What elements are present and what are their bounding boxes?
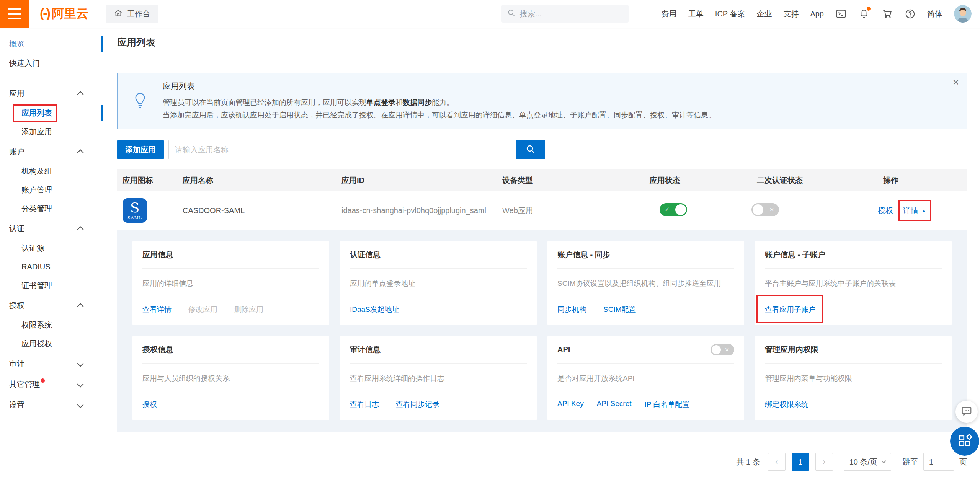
sidebar-group-settings[interactable]: 设置 xyxy=(0,395,103,415)
card-auth-info: 认证信息 应用的单点登录地址 IDaaS发起地址 xyxy=(340,241,537,325)
sync-org-link[interactable]: 同步机构 xyxy=(557,305,586,315)
sidebar-active-bar xyxy=(101,36,103,52)
feedback-button[interactable] xyxy=(956,401,978,423)
jump-page-input[interactable] xyxy=(923,453,954,471)
prev-page-button[interactable]: ‹ xyxy=(768,453,786,471)
hamburger-menu-icon[interactable] xyxy=(0,0,29,28)
view-sub-account-link[interactable]: 查看应用子账户 xyxy=(765,305,816,313)
card-title: 授权信息 xyxy=(142,344,173,355)
sidebar-item-add-app[interactable]: 添加应用 xyxy=(0,122,103,141)
card-desc: 管理应用内菜单与功能权限 xyxy=(765,373,942,383)
locale-switcher[interactable]: 简体 xyxy=(927,9,942,19)
nav-item-tickets[interactable]: 工单 xyxy=(688,9,704,19)
aliyun-logo-word: 阿里云 xyxy=(52,5,88,22)
app-grid-icon xyxy=(958,434,972,449)
nav-item-support[interactable]: 支持 xyxy=(783,9,799,19)
sidebar-divider xyxy=(0,78,103,78)
sidebar-group-authentication[interactable]: 认证 xyxy=(0,218,103,239)
modify-app-link[interactable]: 修改应用 xyxy=(188,305,217,315)
sidebar-group-other-mgmt[interactable]: 其它管理 xyxy=(0,374,103,395)
notifications-bell-icon[interactable] xyxy=(858,8,870,20)
app-launcher-button[interactable] xyxy=(950,427,979,456)
chevron-down-icon xyxy=(77,381,84,388)
page-size-select[interactable]: 10 条/页 xyxy=(844,453,891,471)
jump-suffix: 页 xyxy=(959,457,967,467)
api-key-link[interactable]: API Key xyxy=(557,399,584,409)
page-jump: 跳至 页 xyxy=(903,453,967,471)
page-header: 应用列表 xyxy=(103,28,980,57)
cloudshell-icon[interactable] xyxy=(835,8,847,20)
sidebar-item-cert-mgmt[interactable]: 证书管理 xyxy=(0,276,103,295)
card-sub-account: 账户信息 - 子账户 平台主账户与应用系统中子账户的关联表 查看应用子账户 xyxy=(755,241,952,325)
authorize-card-link[interactable]: 授权 xyxy=(142,399,157,409)
card-api: API ✕ 是否对应用开放系统API API Key API Secret IP… xyxy=(547,336,744,420)
global-search-input[interactable]: 搜索... xyxy=(501,5,629,23)
view-logs-link[interactable]: 查看日志 xyxy=(350,399,379,409)
api-secret-link[interactable]: API Secret xyxy=(597,399,632,409)
banner-line1-mid: 和 xyxy=(395,98,403,106)
sidebar-item-radius[interactable]: RADIUS xyxy=(0,258,103,276)
sidebar-group-audit[interactable]: 审计 xyxy=(0,353,103,374)
sidebar-item-app-authorization[interactable]: 应用授权 xyxy=(0,334,103,353)
notification-dot-badge xyxy=(867,7,871,11)
red-dot-badge xyxy=(41,378,45,383)
card-title: 账户信息 - 子账户 xyxy=(765,249,825,260)
help-icon[interactable] xyxy=(904,8,916,20)
aliyun-logo[interactable]: (-) 阿里云 xyxy=(40,5,88,22)
app-status-toggle-on[interactable]: ✓ xyxy=(660,203,687,216)
idaas-initiate-link[interactable]: IDaaS发起地址 xyxy=(350,305,399,315)
nav-item-icp[interactable]: ICP 备案 xyxy=(715,9,745,19)
sidebar-item-permission-system[interactable]: 权限系统 xyxy=(0,316,103,334)
sidebar-item-account-mgmt[interactable]: 账户管理 xyxy=(0,181,103,199)
search-icon xyxy=(526,145,535,155)
sidebar-item-overview[interactable]: 概览 xyxy=(0,34,103,54)
saml-icon-letter: S xyxy=(130,201,140,215)
detail-link[interactable]: 详情 xyxy=(903,205,918,216)
app-status-cell: ✓ xyxy=(644,203,751,218)
cart-icon[interactable] xyxy=(881,8,893,20)
table-row: S SAML CASDOOR-SAML idaas-cn-shanghai-pv… xyxy=(117,191,967,230)
sidebar-active-bar xyxy=(101,105,103,121)
bind-permission-system-link[interactable]: 绑定权限系统 xyxy=(765,399,808,409)
feedback-chat-icon xyxy=(961,405,972,418)
avatar[interactable] xyxy=(954,5,972,23)
next-page-button[interactable]: › xyxy=(815,453,833,471)
search-button[interactable] xyxy=(516,140,545,159)
app-search-input[interactable] xyxy=(168,140,516,159)
home-icon xyxy=(114,9,122,19)
search-icon xyxy=(508,9,515,19)
nav-item-enterprise[interactable]: 企业 xyxy=(756,9,772,19)
view-sync-records-link[interactable]: 查看同步记录 xyxy=(396,399,439,409)
chevron-up-icon xyxy=(77,149,84,156)
col-operations: 操作 xyxy=(878,175,967,186)
chevron-down-icon xyxy=(77,402,84,408)
toggle-knob xyxy=(675,204,686,215)
card-desc: 应用与人员组织的授权关系 xyxy=(142,373,319,383)
card-desc: 查看应用系统详细的操作日志 xyxy=(350,373,527,383)
sidebar-item-org-groups[interactable]: 机构及组 xyxy=(0,162,103,181)
sidebar-group-authorization[interactable]: 授权 xyxy=(0,295,103,316)
2fa-status-toggle-off[interactable]: ✕ xyxy=(751,203,779,216)
sidebar-item-app-list[interactable]: 应用列表 xyxy=(0,104,103,122)
nav-item-app[interactable]: App xyxy=(810,10,824,18)
bulb-icon xyxy=(118,92,163,110)
card-app-info: 应用信息 应用的详细信息 查看详情 修改应用 删除应用 xyxy=(132,241,329,325)
sidebar-group-account[interactable]: 账户 xyxy=(0,141,103,162)
ip-whitelist-link[interactable]: IP 白名单配置 xyxy=(644,399,689,409)
workbench-button[interactable]: 工作台 xyxy=(106,5,158,23)
nav-item-billing[interactable]: 费用 xyxy=(662,9,677,19)
sidebar-item-auth-source[interactable]: 认证源 xyxy=(0,239,103,258)
sidebar-group-application[interactable]: 应用 xyxy=(0,83,103,104)
page-1-button[interactable]: 1 xyxy=(792,453,809,471)
sidebar-item-category-mgmt[interactable]: 分类管理 xyxy=(0,199,103,218)
sidebar-item-quickstart[interactable]: 快速入门 xyxy=(0,54,103,73)
view-detail-link[interactable]: 查看详情 xyxy=(142,305,172,315)
operations-cell: 授权 详情 ▲ xyxy=(878,205,967,216)
authorize-link[interactable]: 授权 xyxy=(878,205,893,216)
close-icon[interactable]: × xyxy=(953,77,959,88)
delete-app-link[interactable]: 删除应用 xyxy=(234,305,263,315)
scim-config-link[interactable]: SCIM配置 xyxy=(603,305,636,315)
api-toggle-off[interactable]: ✕ xyxy=(710,344,734,355)
add-app-button[interactable]: 添加应用 xyxy=(117,140,164,159)
banner-title: 应用列表 xyxy=(163,81,715,91)
